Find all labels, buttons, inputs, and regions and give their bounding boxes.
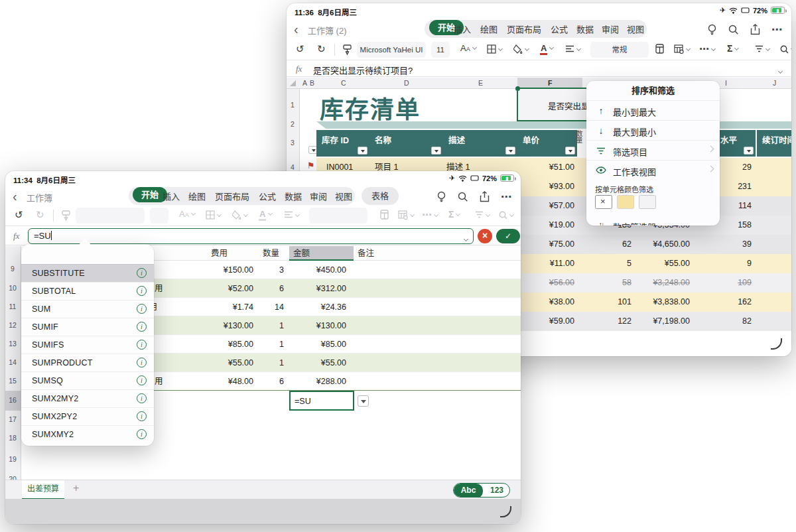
row-number[interactable]: 10 [7, 284, 19, 292]
row-number[interactable]: 19 [7, 455, 19, 463]
cell[interactable]: ¥312.00 [289, 279, 346, 298]
cell[interactable]: ¥4,650.00 [637, 235, 690, 254]
cell[interactable]: ¥130.00 [289, 316, 346, 335]
cell[interactable]: 14 [259, 298, 284, 316]
alignment-icon[interactable] [284, 209, 299, 220]
filter-button[interactable] [744, 147, 754, 155]
undo-icon[interactable]: ↺ [296, 43, 304, 55]
tab-page-layout[interactable]: 页面布局 [507, 23, 541, 35]
tab-view[interactable]: 视图 [335, 190, 352, 202]
add-sheet-button[interactable]: + [73, 482, 79, 494]
search-icon[interactable] [458, 192, 468, 202]
cell[interactable]: ¥24.36 [289, 298, 346, 316]
info-icon[interactable]: i [137, 393, 147, 403]
menu-item-number-filter[interactable]: ↑↓ 数字筛选器 [586, 216, 720, 226]
toggle-abc[interactable]: Abc [454, 484, 483, 498]
cell[interactable]: ¥85.00 [179, 335, 253, 354]
cell[interactable]: ¥3,838.00 [637, 293, 690, 312]
formula-expand-icon[interactable] [776, 66, 782, 78]
autosum-icon[interactable]: Σ [727, 43, 738, 54]
format-painter-icon[interactable] [61, 209, 71, 221]
autosum-icon[interactable]: Σ [448, 209, 460, 220]
tab-draw[interactable]: 绘图 [188, 190, 206, 202]
tab-review[interactable]: 审阅 [310, 190, 327, 202]
function-suggestion[interactable]: SUMIFi [21, 318, 154, 336]
function-suggestion-selected[interactable]: SUBSTITUTEi [21, 264, 154, 282]
filter-button[interactable] [358, 147, 367, 155]
find-icon[interactable] [499, 209, 513, 220]
row-number[interactable]: 13 [7, 340, 19, 348]
cell[interactable]: ¥11.00 [517, 254, 574, 273]
tab-insert[interactable]: 插入 [163, 190, 180, 202]
more-commands-icon[interactable]: ⋯ [422, 209, 438, 221]
share-icon[interactable] [750, 24, 760, 35]
find-icon[interactable] [780, 43, 791, 54]
cell[interactable]: ¥7,198.00 [637, 312, 690, 331]
function-suggestion[interactable]: SUMPRODUCTi [21, 354, 154, 371]
cell[interactable]: ¥130.00 [179, 316, 253, 335]
cell[interactable]: 1 [259, 354, 284, 372]
row-number[interactable]: 11 [7, 302, 19, 310]
alignment-icon[interactable] [565, 43, 580, 54]
cell[interactable]: ¥57.00 [517, 196, 574, 216]
tab-formulas[interactable]: 公式 [551, 23, 568, 35]
filter-button[interactable] [505, 147, 515, 155]
back-button[interactable]: ‹ [13, 187, 17, 206]
more-icon[interactable]: ⋯ [501, 190, 511, 203]
active-cell[interactable]: =SU [289, 391, 354, 411]
more-commands-icon[interactable]: ⋯ [699, 43, 715, 55]
col-letter[interactable]: D [404, 79, 409, 87]
redo-icon[interactable]: ↻ [317, 43, 326, 55]
col-letter[interactable]: C [341, 79, 346, 87]
cell[interactable]: ¥150.00 [179, 261, 253, 279]
tab-data[interactable]: 数据 [285, 190, 302, 202]
color-filter-none[interactable]: × [595, 195, 612, 209]
cell[interactable]: 82 [698, 312, 752, 331]
font-name-select[interactable] [76, 208, 145, 224]
col-letter[interactable]: A [302, 79, 307, 87]
info-icon[interactable]: i [137, 358, 147, 367]
cell[interactable]: ¥85.00 [289, 335, 346, 354]
formula-expand-icon[interactable] [462, 233, 468, 245]
format-painter-icon[interactable] [342, 43, 352, 55]
cell[interactable]: ¥288.00 [289, 372, 346, 391]
lightbulb-icon[interactable] [436, 191, 446, 202]
sheet-tab-active[interactable]: 出差预算 [22, 480, 64, 499]
cell[interactable]: 122 [582, 312, 631, 331]
info-icon[interactable]: i [137, 375, 147, 385]
select-all-corner[interactable] [287, 78, 300, 88]
font-size-select[interactable]: 11 [431, 42, 450, 58]
row-number[interactable]: 17 [7, 415, 19, 423]
number-format-select[interactable]: 常规 [590, 42, 649, 58]
cell[interactable]: ¥38.00 [517, 293, 574, 312]
number-format-select[interactable] [309, 208, 367, 224]
cell[interactable]: 109 [698, 273, 752, 293]
cell-dropdown-button[interactable] [358, 395, 369, 407]
tab-insert[interactable]: 插入 [454, 23, 471, 35]
lightbulb-icon[interactable] [707, 24, 717, 35]
font-color-icon[interactable]: A [540, 43, 553, 53]
tab-table-contextual[interactable]: 表格 [362, 187, 399, 205]
cell[interactable]: ¥93.00 [517, 177, 574, 196]
cell[interactable]: 1 [259, 316, 284, 335]
cell[interactable]: 6 [259, 279, 284, 298]
cell[interactable]: ¥450.00 [289, 261, 346, 279]
font-format-icon[interactable]: AA [179, 209, 195, 219]
tab-page-layout[interactable]: 页面布局 [215, 190, 249, 202]
row-number[interactable]: 16 [7, 396, 19, 404]
info-icon[interactable]: i [137, 286, 147, 296]
row-number[interactable]: 9 [7, 265, 19, 273]
function-suggestion[interactable]: SUMi [21, 300, 154, 318]
undo-icon[interactable]: ↺ [15, 209, 23, 221]
row-number[interactable]: 20 [7, 475, 19, 480]
row-number[interactable]: 12 [7, 321, 19, 329]
font-size-select[interactable] [150, 208, 168, 224]
confirm-entry-button[interactable]: ✓ [496, 229, 520, 243]
row-number[interactable]: 2 [287, 120, 298, 128]
info-icon[interactable]: i [137, 411, 147, 421]
tab-formulas[interactable]: 公式 [259, 190, 276, 202]
header-cost[interactable]: 费用 [211, 246, 228, 261]
function-suggestion[interactable]: SUBTOTALi [21, 282, 154, 300]
more-icon[interactable]: ⋯ [771, 23, 782, 36]
function-suggestion[interactable]: SUMXMY2i [21, 425, 154, 443]
